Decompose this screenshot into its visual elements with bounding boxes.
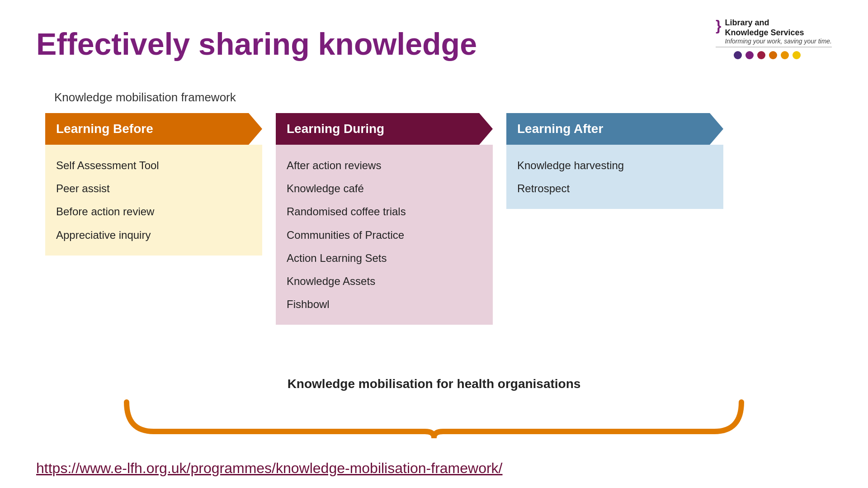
- after-header: Learning After: [506, 113, 723, 145]
- logo-divider: [716, 47, 832, 47]
- list-item: Communities of Practice: [287, 223, 482, 246]
- column-after: Learning After Knowledge harvesting Retr…: [506, 113, 723, 209]
- column-during: Learning During After action reviews Kno…: [276, 113, 493, 325]
- list-item: Knowledge café: [287, 177, 482, 200]
- list-item: Appreciative inquiry: [56, 223, 251, 246]
- list-item: Randomised coffee trials: [287, 200, 482, 223]
- list-item: Peer assist: [56, 177, 251, 200]
- during-body: After action reviews Knowledge café Rand…: [276, 145, 493, 325]
- brace-svg: [118, 398, 750, 438]
- brace-area: Knowledge mobilisation for health organi…: [36, 377, 832, 438]
- logo-dot: [769, 51, 777, 59]
- logo-line1: Library and: [725, 18, 832, 28]
- list-item: Knowledge harvesting: [517, 154, 712, 177]
- logo-dot: [757, 51, 765, 59]
- before-header: Learning Before: [45, 113, 262, 145]
- page-title: Effectively sharing knowledge: [36, 27, 477, 61]
- logo-text-block: Library and Knowledge Services Informing…: [725, 18, 832, 45]
- bottom-link[interactable]: https://www.e-lfh.org.uk/programmes/know…: [36, 460, 503, 477]
- list-item: Knowledge Assets: [287, 270, 482, 293]
- framework-subtitle: Knowledge mobilisation framework: [54, 90, 236, 104]
- logo-dots: [716, 51, 801, 59]
- logo-line2: Knowledge Services: [725, 28, 832, 38]
- list-item: Self Assessment Tool: [56, 154, 251, 177]
- logo-bracket-symbol: }: [716, 18, 721, 33]
- before-header-text: Learning Before: [56, 122, 153, 136]
- before-body: Self Assessment Tool Peer assist Before …: [45, 145, 262, 256]
- during-header-text: Learning During: [287, 122, 384, 136]
- columns-container: Learning Before Self Assessment Tool Pee…: [45, 113, 723, 325]
- after-header-text: Learning After: [517, 122, 603, 136]
- during-header: Learning During: [276, 113, 493, 145]
- list-item: After action reviews: [287, 154, 482, 177]
- logo-dot: [781, 51, 789, 59]
- list-item: Before action review: [56, 200, 251, 223]
- after-body: Knowledge harvesting Retrospect: [506, 145, 723, 209]
- list-item: Fishbowl: [287, 293, 482, 316]
- logo-bracket: } Library and Knowledge Services Informi…: [716, 18, 832, 45]
- logo-tagline: Informing your work, saving your time.: [725, 38, 832, 45]
- list-item: Action Learning Sets: [287, 246, 482, 270]
- brace-label: Knowledge mobilisation for health organi…: [288, 377, 581, 391]
- column-before: Learning Before Self Assessment Tool Pee…: [45, 113, 262, 256]
- logo-area: } Library and Knowledge Services Informi…: [716, 18, 832, 59]
- logo-dot: [734, 51, 742, 59]
- list-item: Retrospect: [517, 177, 712, 200]
- logo-dot: [793, 51, 801, 59]
- logo-dot: [745, 51, 754, 59]
